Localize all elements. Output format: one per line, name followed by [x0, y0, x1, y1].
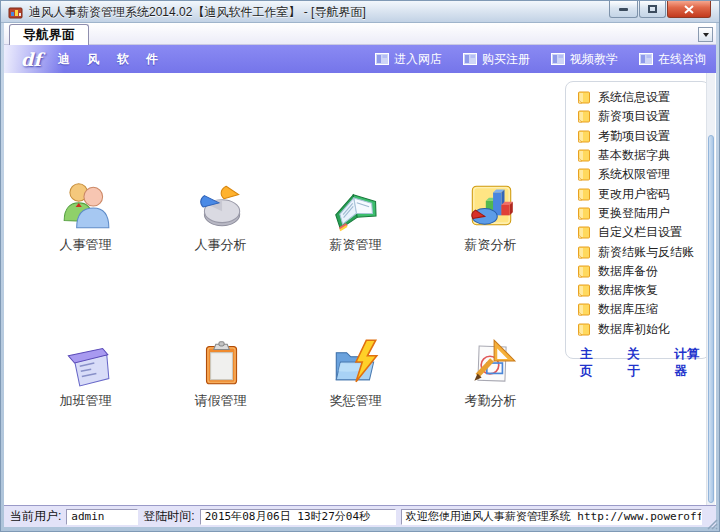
window-title: 迪风人事薪资管理系统2014.02【迪风软件工作室】 - [导航界面] [29, 1, 366, 23]
tab-label: 导航界面 [23, 27, 75, 42]
link-about[interactable]: 关于 [627, 346, 650, 380]
title-bar: 迪风人事薪资管理系统2014.02【迪风软件工作室】 - [导航界面] [1, 1, 719, 23]
toolbar-link-label: 购买注册 [482, 51, 530, 68]
tile-label: 薪资管理 [330, 236, 382, 254]
sidebar-item-change-password[interactable]: 更改用户密码 [577, 184, 709, 203]
pie-chart-icon [194, 179, 248, 233]
note-icon [577, 284, 591, 297]
note-icon [577, 168, 591, 181]
tile-salary-analysis[interactable]: 薪资分析 [423, 179, 558, 254]
menu-item-label: 数据库压缩 [598, 301, 658, 318]
app-window: 迪风人事薪资管理系统2014.02【迪风软件工作室】 - [导航界面] 导航界面… [0, 0, 720, 532]
notepad-icon [59, 335, 113, 389]
tile-label: 加班管理 [60, 392, 112, 410]
sidebar-item-salary-item-settings[interactable]: 薪资项目设置 [577, 107, 709, 126]
link-calculator[interactable]: 计算器 [674, 346, 709, 380]
link-video-tutorial[interactable]: 视频教学 [551, 51, 618, 68]
tile-overtime-management[interactable]: 加班管理 [18, 335, 153, 410]
green-book-icon [329, 179, 383, 233]
tile-hr-analysis[interactable]: 人事分析 [153, 179, 288, 254]
tab-list-dropdown-button[interactable] [698, 27, 713, 42]
current-user-value: admin [66, 509, 138, 525]
link-online-support[interactable]: 在线咨询 [639, 51, 706, 68]
sidebar-item-custom-field-settings[interactable]: 自定义栏目设置 [577, 223, 709, 242]
brand-name: 迪 风 软 件 [58, 51, 165, 68]
note-icon [577, 265, 591, 278]
tile-row-1: 人事管理 人事分析 [18, 179, 558, 254]
sidebar-item-attendance-item-settings[interactable]: 考勤项目设置 [577, 127, 709, 146]
tile-label: 考勤分析 [465, 392, 517, 410]
sidebar-item-db-backup[interactable]: 数据库备份 [577, 262, 709, 281]
close-icon [684, 5, 694, 14]
note-icon [577, 303, 591, 316]
tile-hr-management[interactable]: 人事管理 [18, 179, 153, 254]
menu-item-label: 薪资项目设置 [598, 108, 670, 125]
drafting-icon [464, 335, 518, 389]
sidebar-item-basic-data-dictionary[interactable]: 基本数据字典 [577, 146, 709, 165]
note-icon [577, 130, 591, 143]
sidebar-item-switch-user[interactable]: 更换登陆用户 [577, 204, 709, 223]
sidebar-item-db-restore[interactable]: 数据库恢复 [577, 281, 709, 300]
menu-item-label: 基本数据字典 [598, 147, 670, 164]
link-buy-register[interactable]: 购买注册 [463, 51, 530, 68]
toolbar-link-label: 视频教学 [570, 51, 618, 68]
chevron-down-icon [703, 33, 709, 37]
sidebar-item-salary-closing[interactable]: 薪资结账与反结账 [577, 242, 709, 261]
tile-label: 奖惩管理 [330, 392, 382, 410]
sidebar-item-db-compress[interactable]: 数据库压缩 [577, 300, 709, 319]
resize-grip[interactable] [706, 518, 719, 531]
brand-logo: df [14, 47, 48, 71]
minimize-button[interactable] [609, 1, 638, 18]
window-icon [639, 53, 653, 65]
note-icon [577, 149, 591, 162]
main-content: 人事管理 人事分析 [4, 73, 716, 505]
link-home[interactable]: 主页 [580, 346, 603, 380]
note-icon [577, 91, 591, 104]
window-icon [551, 53, 565, 65]
folder-lightning-icon [329, 335, 383, 389]
toolbar-link-label: 在线咨询 [658, 51, 706, 68]
note-icon [577, 207, 591, 220]
tile-label: 人事分析 [195, 236, 247, 254]
window-icon [463, 53, 477, 65]
current-user-label: 当前用户: [10, 508, 61, 525]
menu-item-label: 数据库初始化 [598, 321, 670, 338]
maximize-button[interactable] [639, 1, 666, 18]
tile-attendance-analysis[interactable]: 考勤分析 [423, 335, 558, 410]
menu-item-label: 系统信息设置 [598, 89, 670, 106]
minimize-icon [619, 8, 628, 11]
note-icon [577, 110, 591, 123]
settings-panel: 系统信息设置 薪资项目设置 考勤项目设置 基本数据字典 系统权限管理 更改用户密… [565, 81, 710, 359]
sidebar-item-db-init[interactable]: 数据库初始化 [577, 320, 709, 339]
note-icon [577, 246, 591, 259]
window-controls [608, 1, 711, 18]
tile-salary-management[interactable]: 薪资管理 [288, 179, 423, 254]
menu-item-label: 系统权限管理 [598, 166, 670, 183]
note-icon [577, 226, 591, 239]
tab-strip: 导航界面 [4, 23, 716, 45]
vertical-scrollbar[interactable] [706, 73, 715, 505]
menu-item-label: 自定义栏目设置 [598, 224, 682, 241]
link-enter-shop[interactable]: 进入网店 [375, 51, 442, 68]
panel-links: 主页 关于 计算器 [577, 346, 709, 380]
app-icon[interactable] [8, 4, 24, 20]
close-button[interactable] [667, 1, 711, 18]
menu-item-label: 更换登陆用户 [598, 205, 670, 222]
tile-reward-management[interactable]: 奖惩管理 [288, 335, 423, 410]
window-icon [375, 53, 389, 65]
menu-item-label: 数据库备份 [598, 263, 658, 280]
note-icon [577, 188, 591, 201]
tile-leave-management[interactable]: 请假管理 [153, 335, 288, 410]
tab-navigation[interactable]: 导航界面 [9, 24, 89, 45]
tile-row-2: 加班管理 请假管理 奖惩管理 [18, 335, 558, 410]
login-time-label: 登陆时间: [143, 508, 194, 525]
menu-item-label: 更改用户密码 [598, 186, 670, 203]
clipboard-icon [194, 335, 248, 389]
sidebar-item-system-permission[interactable]: 系统权限管理 [577, 165, 709, 184]
sidebar-item-system-info-settings[interactable]: 系统信息设置 [577, 88, 709, 107]
menu-item-label: 数据库恢复 [598, 282, 658, 299]
toolbar: df 迪 风 软 件 进入网店 购买注册 视频教学 在线咨询 [4, 45, 716, 73]
people-icon [59, 179, 113, 233]
scrollbar-thumb[interactable] [708, 135, 714, 503]
toolbar-links: 进入网店 购买注册 视频教学 在线咨询 [375, 51, 706, 68]
